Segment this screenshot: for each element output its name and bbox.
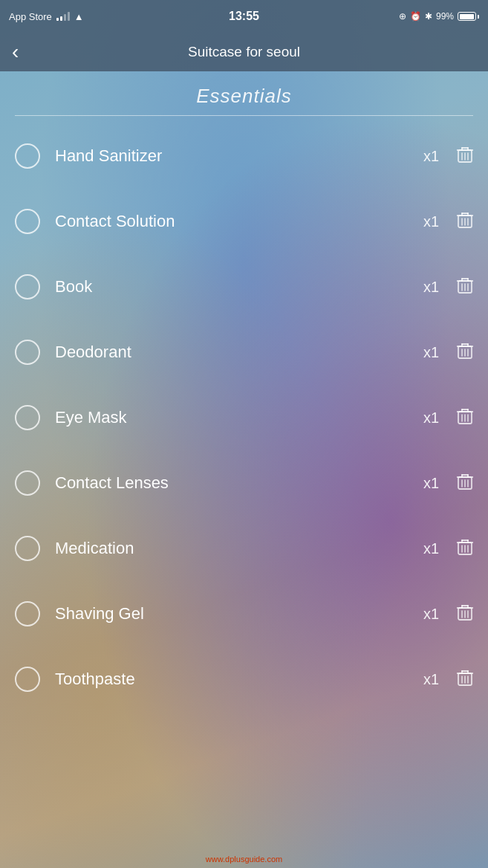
- list-item: Contact Lenses x1: [0, 450, 488, 516]
- list-item: Shaving Gel x1: [0, 581, 488, 647]
- item-name-1: Hand Sanitizer: [55, 146, 423, 166]
- section-header: Essentials: [0, 71, 488, 116]
- item-quantity-5: x1: [423, 409, 439, 427]
- nav-bar: ‹ Suitcase for seoul: [0, 33, 488, 71]
- app-store-label: App Store: [9, 11, 52, 22]
- item-name-8: Shaving Gel: [55, 604, 423, 624]
- item-checkbox-8[interactable]: [15, 601, 40, 626]
- item-quantity-3: x1: [423, 279, 439, 296]
- list-item: Book x1: [0, 254, 488, 320]
- status-left: App Store ▲: [9, 11, 84, 22]
- list-item: Eye Mask x1: [0, 385, 488, 450]
- item-name-3: Book: [55, 277, 423, 297]
- item-name-5: Eye Mask: [55, 408, 423, 427]
- item-quantity-2: x1: [423, 213, 439, 230]
- battery-percent: 99%: [436, 11, 454, 22]
- item-checkbox-6[interactable]: [15, 470, 40, 496]
- status-bar: App Store ▲ 13:55 ⊕ ⏰ ✱ 99%: [0, 0, 488, 33]
- items-list: Hand Sanitizer x1 Contact Solution x1: [0, 116, 488, 719]
- item-checkbox-2[interactable]: [15, 209, 40, 234]
- item-checkbox-7[interactable]: [15, 536, 40, 561]
- item-delete-9[interactable]: [457, 669, 473, 690]
- item-quantity-6: x1: [423, 475, 439, 492]
- status-time: 13:55: [229, 10, 259, 23]
- watermark: www.dplusguide.com: [206, 855, 282, 864]
- item-delete-1[interactable]: [457, 146, 473, 166]
- item-name-2: Contact Solution: [55, 212, 423, 231]
- list-item: Medication x1: [0, 516, 488, 581]
- item-checkbox-1[interactable]: [15, 143, 40, 169]
- item-delete-3[interactable]: [457, 276, 473, 297]
- alarm-icon: ⏰: [410, 11, 421, 22]
- item-name-4: Deodorant: [55, 343, 423, 362]
- list-item: Contact Solution x1: [0, 189, 488, 254]
- status-right: ⊕ ⏰ ✱ 99%: [399, 11, 479, 22]
- item-delete-5[interactable]: [457, 407, 473, 428]
- item-name-6: Contact Lenses: [55, 473, 423, 493]
- item-name-9: Toothpaste: [55, 670, 423, 689]
- back-button[interactable]: ‹: [12, 42, 19, 62]
- item-delete-6[interactable]: [457, 473, 473, 493]
- item-delete-7[interactable]: [457, 538, 473, 559]
- list-item: Toothpaste x1: [0, 647, 488, 712]
- bluetooth-icon: ✱: [425, 11, 432, 22]
- item-checkbox-9[interactable]: [15, 667, 40, 692]
- item-quantity-7: x1: [423, 540, 439, 557]
- section-title: Essentials: [15, 85, 473, 108]
- list-item: Deodorant x1: [0, 320, 488, 385]
- list-item: Hand Sanitizer x1: [0, 123, 488, 189]
- item-checkbox-4[interactable]: [15, 340, 40, 365]
- wifi-icon: ▲: [74, 11, 84, 22]
- signal-icon: [56, 12, 70, 21]
- item-checkbox-3[interactable]: [15, 274, 40, 299]
- item-delete-4[interactable]: [457, 342, 473, 363]
- item-quantity-9: x1: [423, 671, 439, 688]
- item-quantity-1: x1: [423, 148, 439, 165]
- item-delete-2[interactable]: [457, 211, 473, 232]
- item-checkbox-5[interactable]: [15, 405, 40, 430]
- lock-icon: ⊕: [399, 11, 406, 22]
- item-delete-8[interactable]: [457, 603, 473, 624]
- page-title: Suitcase for seoul: [188, 44, 300, 60]
- battery-icon: [458, 12, 479, 21]
- item-quantity-4: x1: [423, 344, 439, 361]
- item-name-7: Medication: [55, 539, 423, 558]
- back-chevron-icon: ‹: [12, 40, 19, 63]
- item-quantity-8: x1: [423, 606, 439, 623]
